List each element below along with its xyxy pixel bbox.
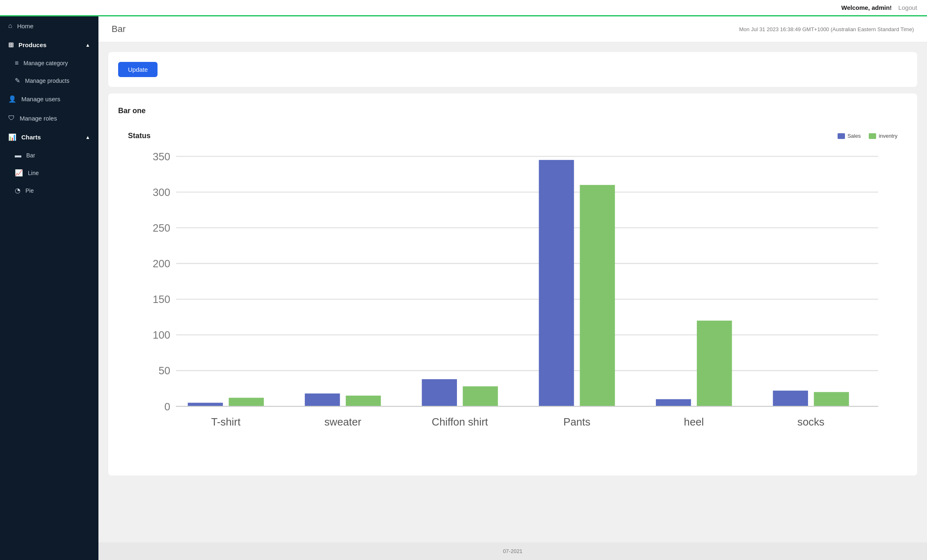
sidebar-item-bar[interactable]: ▬ Bar [0, 147, 98, 164]
sidebar-manage-category-label: Manage category [23, 60, 68, 66]
legend-inventory: inventry [869, 133, 897, 139]
charts-chevron-icon: ▲ [85, 134, 90, 140]
sidebar-manage-users-label: Manage users [21, 96, 60, 102]
sidebar-item-pie[interactable]: ◔ Pie [0, 182, 98, 199]
svg-text:T-shirt: T-shirt [211, 416, 241, 428]
shield-icon: 🛡 [8, 114, 15, 122]
page-datetime: Mon Jul 31 2023 16:38:49 GMT+1000 (Austr… [739, 26, 914, 32]
legend-sales-label: Sales [847, 133, 861, 139]
svg-text:50: 50 [159, 365, 171, 376]
svg-rect-29 [697, 321, 732, 406]
svg-text:250: 250 [153, 222, 170, 234]
welcome-message: Welcome, admin! [841, 4, 892, 11]
chart-container: Status Sales inventry [118, 122, 907, 466]
footer-text: 07-2021 [503, 548, 523, 554]
line-chart-icon: 📈 [15, 169, 23, 177]
sidebar-pie-label: Pie [25, 187, 34, 194]
pie-chart-icon: ◔ [15, 187, 21, 194]
bar-chart-svg: 050100150200250300350T-shirtsweaterChiff… [128, 147, 897, 454]
main-content: Bar Mon Jul 31 2023 16:38:49 GMT+1000 (A… [98, 16, 927, 560]
svg-rect-25 [539, 160, 574, 406]
sidebar-charts-label: Charts [21, 134, 41, 141]
sidebar-item-charts[interactable]: 📊 Charts ▲ [0, 127, 98, 147]
produces-chevron-icon: ▲ [85, 42, 90, 48]
tag-icon: ✎ [15, 77, 20, 84]
svg-text:socks: socks [797, 416, 824, 428]
page-header: Bar Mon Jul 31 2023 16:38:49 GMT+1000 (A… [98, 16, 927, 42]
chart-icon: 📊 [8, 133, 16, 141]
sidebar-item-manage-products[interactable]: ✎ Manage products [0, 72, 98, 89]
sidebar-item-manage-category[interactable]: ≡ Manage category [0, 55, 98, 72]
svg-rect-32 [814, 392, 849, 406]
svg-rect-22 [422, 379, 457, 406]
sidebar-bar-label: Bar [26, 152, 35, 159]
svg-rect-26 [580, 185, 615, 406]
sidebar-manage-roles-label: Manage roles [20, 115, 57, 122]
logout-button[interactable]: Logout [898, 4, 917, 11]
sidebar-produces-label: Produces [18, 41, 46, 48]
legend-inventory-label: inventry [879, 133, 897, 139]
svg-text:heel: heel [684, 416, 704, 428]
sidebar-home-label: Home [17, 23, 34, 30]
chart-section-title: Bar one [118, 107, 907, 115]
svg-text:0: 0 [164, 401, 170, 412]
sidebar-item-manage-roles[interactable]: 🛡 Manage roles [0, 109, 98, 127]
page-body: Update Bar one Status Sales [98, 42, 927, 542]
svg-text:150: 150 [153, 294, 170, 305]
list-icon: ≡ [15, 59, 18, 67]
chart-card: Bar one Status Sales inventry [108, 93, 917, 476]
svg-rect-19 [305, 394, 340, 406]
svg-rect-16 [188, 403, 223, 406]
svg-text:Pants: Pants [563, 416, 590, 428]
bar-chart-icon: ▬ [15, 152, 21, 159]
svg-rect-23 [463, 386, 498, 406]
svg-text:100: 100 [153, 329, 170, 341]
svg-rect-28 [656, 399, 691, 406]
svg-text:sweater: sweater [324, 416, 362, 428]
chart-header: Status Sales inventry [128, 132, 897, 140]
chart-status-title: Status [128, 132, 151, 140]
svg-rect-31 [773, 391, 808, 406]
page-title: Bar [112, 24, 126, 34]
sidebar-manage-products-label: Manage products [25, 77, 69, 84]
update-card: Update [108, 52, 917, 87]
grid-icon: ⊞ [8, 41, 14, 49]
home-icon: ⌂ [8, 22, 12, 30]
svg-text:Chiffon shirt: Chiffon shirt [432, 416, 488, 428]
svg-text:300: 300 [153, 187, 170, 198]
sidebar-item-line[interactable]: 📈 Line [0, 164, 98, 182]
sidebar-item-manage-users[interactable]: 👤 Manage users [0, 89, 98, 109]
svg-rect-17 [229, 398, 264, 406]
bar-chart: 050100150200250300350T-shirtsweaterChiff… [128, 147, 897, 456]
legend-inventory-box [869, 133, 876, 139]
update-button[interactable]: Update [118, 62, 158, 77]
sidebar-item-home[interactable]: ⌂ Home [0, 16, 98, 35]
legend-sales: Sales [838, 133, 861, 139]
chart-legend: Sales inventry [838, 133, 897, 139]
user-icon: 👤 [8, 95, 16, 103]
svg-rect-20 [346, 396, 381, 406]
sidebar: ⌂ Home ⊞ Produces ▲ ≡ Manage category ✎ … [0, 16, 98, 560]
svg-text:350: 350 [153, 151, 170, 162]
sidebar-line-label: Line [28, 170, 39, 176]
sidebar-item-produces[interactable]: ⊞ Produces ▲ [0, 35, 98, 55]
svg-text:200: 200 [153, 258, 170, 269]
legend-sales-box [838, 133, 845, 139]
page-footer: 07-2021 [98, 542, 927, 560]
